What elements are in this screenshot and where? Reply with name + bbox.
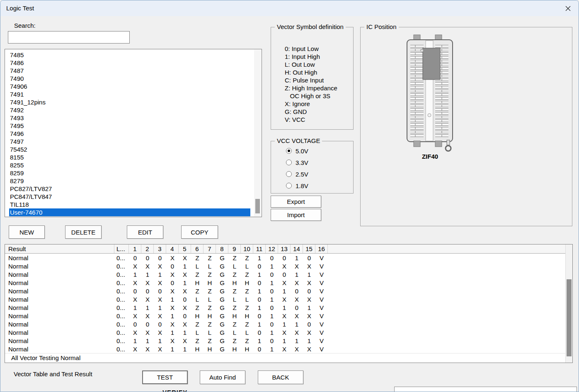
ic-list-item[interactable]: 7492: [9, 106, 250, 114]
ic-list-item[interactable]: User-74670: [9, 208, 250, 216]
ic-list-item[interactable]: PC847/LTV847: [9, 193, 250, 201]
pin-cell: X: [141, 346, 154, 353]
table-header-cell[interactable]: 13: [278, 244, 291, 253]
pin-cell: 1: [179, 346, 191, 353]
table-header-cell[interactable]: 11: [253, 244, 266, 253]
new-button[interactable]: NEW: [9, 225, 45, 239]
pin-cell: 1: [266, 329, 278, 336]
table-scrollbar-thumb[interactable]: [567, 279, 572, 356]
table-header-cell[interactable]: 10: [241, 244, 253, 253]
table-header-cell[interactable]: 1: [129, 244, 141, 253]
pin-cell: H: [203, 279, 216, 286]
delete-button[interactable]: DELETE: [65, 225, 102, 239]
ic-list-item[interactable]: 7497: [9, 138, 250, 145]
table-footer-text: All Vector Testing Normal: [11, 354, 80, 361]
ic-list-item[interactable]: 8255: [9, 161, 250, 169]
table-header-cell[interactable]: 9: [228, 244, 241, 253]
ic-list-item[interactable]: TIL118: [9, 201, 250, 208]
radio-icon: [286, 171, 292, 177]
ic-list-item[interactable]: 74906: [9, 82, 250, 90]
vector-symbol-line: 0: Input Low: [285, 45, 337, 53]
search-input[interactable]: [8, 31, 130, 44]
result-cell: Normal: [5, 254, 114, 261]
pin-cell: 0: [253, 346, 266, 353]
table-header-cell[interactable]: 16: [315, 244, 328, 253]
ic-list-item[interactable]: 8279: [9, 177, 250, 185]
ic-list-item[interactable]: 8259: [9, 169, 250, 177]
vcc-voltage-option[interactable]: 2.5V: [286, 170, 308, 178]
pin-cell: V: [315, 329, 328, 336]
pin-cell: Z: [203, 337, 216, 344]
pin-cell: V: [315, 279, 328, 286]
table-header-cell[interactable]: 12: [266, 244, 278, 253]
table-header-cell[interactable]: 14: [291, 244, 303, 253]
table-row[interactable]: Normal 0... 0 0 0 X X Z Z G Z Z 1 0 0 1: [5, 254, 572, 262]
ic-list-item[interactable]: 7491: [9, 90, 250, 98]
ic-list-item[interactable]: 75452: [9, 145, 250, 153]
pin-cell: X: [154, 329, 166, 336]
export-button[interactable]: Export: [271, 196, 321, 208]
edit-button[interactable]: EDIT: [127, 225, 163, 239]
table-scrollbar[interactable]: [565, 244, 572, 363]
table-header-cell[interactable]: 2: [141, 244, 154, 253]
pin-cell: V: [315, 263, 328, 270]
table-header-cell[interactable]: L...: [114, 244, 129, 253]
table-header-cell[interactable]: 5: [179, 244, 191, 253]
pin-cell: G: [216, 263, 228, 270]
vcc-voltage-option[interactable]: 3.3V: [286, 158, 308, 167]
ic-list-item[interactable]: 7491_12pins: [9, 98, 250, 106]
titlebar[interactable]: Logic Test: [0, 0, 579, 16]
list-scrollbar-thumb[interactable]: [255, 199, 260, 213]
table-header-cell[interactable]: 3: [154, 244, 166, 253]
vcc-voltage-option[interactable]: 1.8V: [286, 181, 308, 190]
pin-cell: X: [278, 263, 291, 270]
ic-list-item[interactable]: 7486: [9, 59, 250, 67]
pin-cell: V: [315, 337, 328, 344]
pin-cell: H: [203, 346, 216, 353]
pin-cell: L: [228, 329, 241, 336]
table-row[interactable]: Normal 0... X X X 1 0 H H G H H 0 1 X X: [5, 312, 572, 320]
auto-find-button[interactable]: Auto Find: [200, 370, 245, 384]
ic-list-item[interactable]: 7485: [9, 51, 250, 59]
pin-cell: 1: [266, 346, 278, 353]
ic-list-item[interactable]: 7495: [9, 122, 250, 130]
table-header-cell[interactable]: 8: [216, 244, 228, 253]
pin-cell: X: [129, 312, 141, 319]
pin-cell: 0: [141, 321, 154, 328]
table-header-cell[interactable]: 15: [303, 244, 315, 253]
table-row[interactable]: Normal 0... X X X 0 1 L L G L L 0 1 X X: [5, 262, 572, 270]
pin-cell: X: [129, 346, 141, 353]
ic-position-group-title: IC Position: [364, 23, 399, 30]
vcc-voltage-option[interactable]: 5.0V: [286, 147, 308, 155]
back-button[interactable]: BACK: [258, 370, 303, 384]
pin-cell: X: [141, 279, 154, 286]
table-row[interactable]: Normal 0... 1 1 1 X X Z Z G Z Z 1 0 1 1: [5, 336, 572, 345]
table-row[interactable]: Normal 0... 1 1 1 X X Z Z G Z Z 1 0 0 1: [5, 270, 572, 278]
ic-list-item[interactable]: 8155: [9, 153, 250, 161]
copy-button[interactable]: COPY: [181, 225, 218, 239]
close-button[interactable]: [561, 2, 574, 14]
table-row[interactable]: Normal 0... X X X 0 1 H H G H H 0 1 X X: [5, 278, 572, 287]
ic-list-item[interactable]: 7493: [9, 114, 250, 122]
pin-cell: X: [154, 296, 166, 303]
ic-list-item[interactable]: 7487: [9, 67, 250, 75]
ic-list-item[interactable]: PC827/LTV827: [9, 185, 250, 193]
table-row[interactable]: Normal 0... 0 0 0 X X Z Z G Z Z 1 0 1 1: [5, 320, 572, 328]
test-button[interactable]: TEST: [142, 370, 188, 384]
table-row[interactable]: Normal 0... 0 0 0 X X Z Z G Z Z 1 0 1 0: [5, 287, 572, 295]
table-row[interactable]: Normal 0... X X X 1 1 H H G H H 0 1 X X: [5, 345, 572, 353]
table-row[interactable]: Normal 0... 1 1 1 X X Z Z G Z Z 1 0 1 0: [5, 303, 572, 312]
ic-list-item[interactable]: 7490: [9, 75, 250, 82]
table-header-cell[interactable]: Result: [5, 244, 114, 253]
list-scrollbar[interactable]: [254, 50, 261, 216]
table-row[interactable]: Normal 0... X X X 1 0 L L G L L 0 1 X X: [5, 295, 572, 303]
table-header-cell[interactable]: 6: [191, 244, 203, 253]
pin-cell: 1: [253, 271, 266, 278]
ic-list-item[interactable]: 7496: [9, 130, 250, 138]
table-row[interactable]: Normal 0... X X X 1 1 L L G L L 0 1 X X: [5, 328, 572, 336]
vector-symbol-group: Vector Symbol definition 0: Input Low 1:…: [271, 27, 354, 130]
import-button[interactable]: Import: [271, 209, 321, 221]
pin-cell: 0: [266, 321, 278, 328]
table-header-cell[interactable]: 7: [203, 244, 216, 253]
table-header-cell[interactable]: 4: [166, 244, 179, 253]
